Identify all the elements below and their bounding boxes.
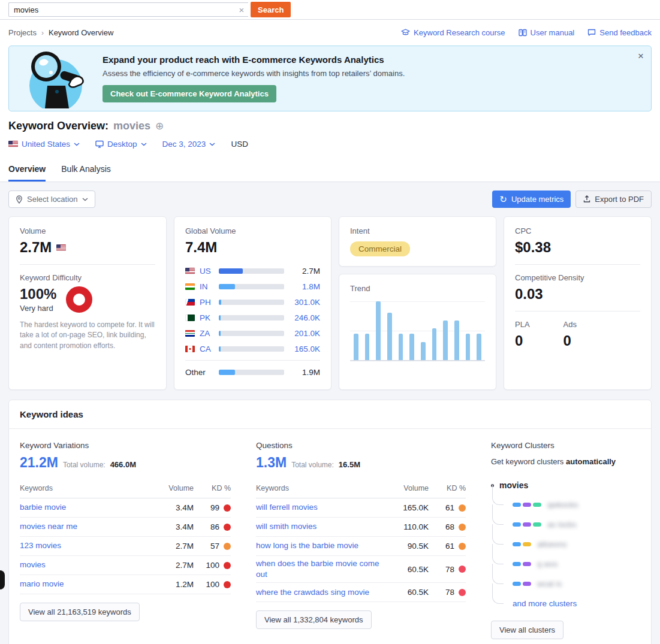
variations-count[interactable]: 21.2M bbox=[20, 455, 58, 471]
refresh-icon: ↻ bbox=[499, 195, 507, 204]
manual-link-label: User manual bbox=[531, 28, 575, 37]
country-link[interactable]: PH bbox=[200, 298, 214, 307]
search-input[interactable] bbox=[8, 2, 248, 17]
intent-label: Intent bbox=[350, 226, 485, 235]
book-icon bbox=[519, 29, 527, 37]
country-link[interactable]: PK bbox=[200, 313, 214, 322]
cluster-segment-purple bbox=[523, 503, 531, 507]
col-kd: KD % bbox=[194, 484, 231, 492]
add-keyword-icon[interactable]: ⊕ bbox=[155, 121, 164, 131]
kd-number: 99 bbox=[210, 503, 219, 512]
pla-label: PLA bbox=[515, 320, 530, 329]
breadcrumb-projects[interactable]: Projects bbox=[8, 28, 37, 37]
kd-number: 57 bbox=[210, 542, 219, 551]
select-location-dropdown[interactable]: Select location bbox=[8, 191, 95, 208]
country-link[interactable]: ZA bbox=[200, 329, 214, 338]
keyword-research-course-link[interactable]: Keyword Research course bbox=[401, 28, 505, 37]
banner-cta-button[interactable]: Check out E-commerce Keyword Analytics bbox=[103, 85, 276, 102]
tab-bulk-analysis[interactable]: Bulk Analysis bbox=[61, 164, 110, 182]
send-feedback-link[interactable]: Send feedback bbox=[587, 28, 652, 37]
clusters-subtitle: Get keyword clusters bbox=[491, 457, 566, 466]
cluster-segment-blue bbox=[513, 503, 521, 507]
pk-flag-icon bbox=[185, 315, 195, 321]
kd-dot bbox=[459, 589, 466, 596]
volume-bar-track bbox=[219, 300, 284, 305]
side-widget-handle[interactable] bbox=[0, 570, 5, 589]
keyword-link[interactable]: movies near me bbox=[20, 521, 155, 532]
update-metrics-button[interactable]: ↻ Update metrics bbox=[492, 191, 571, 208]
col-kd: KD % bbox=[429, 484, 466, 492]
date-filter[interactable]: Dec 3, 2023 bbox=[162, 140, 216, 149]
keyword-link[interactable]: how long is the barbie movie bbox=[256, 540, 390, 551]
us-flag-icon bbox=[185, 268, 195, 274]
clear-search-icon[interactable]: × bbox=[235, 5, 248, 15]
user-manual-link[interactable]: User manual bbox=[519, 28, 575, 37]
global-volume-row: US2.7M bbox=[185, 263, 320, 279]
keyword-link[interactable]: will ferrell movies bbox=[256, 502, 390, 513]
volume-cell: 60.5K bbox=[390, 588, 429, 597]
questions-count[interactable]: 1.3M bbox=[256, 455, 287, 471]
questions-total-label: Total volume: bbox=[291, 461, 334, 469]
cluster-tree: qwkocksas locksatloexncq wvswcat is bbox=[491, 499, 640, 589]
cluster-row[interactable]: wcat is bbox=[491, 578, 640, 589]
cluster-row[interactable]: atloexnc bbox=[491, 539, 640, 549]
trend-label: Trend bbox=[350, 284, 485, 293]
cluster-segment-blue bbox=[513, 562, 521, 566]
keyword-link[interactable]: barbie movie bbox=[20, 502, 155, 513]
country-volume-value[interactable]: 301.0K bbox=[289, 298, 320, 307]
table-row: when does the barbie movie come out60.5K… bbox=[256, 556, 466, 583]
col-keywords: Keywords bbox=[256, 484, 390, 492]
keyword-link[interactable]: movies bbox=[20, 560, 155, 570]
kd-cell: 68 bbox=[429, 522, 466, 531]
cluster-segment-yellow bbox=[523, 542, 531, 546]
breadcrumb: Projects › Keyword Overview bbox=[8, 28, 113, 37]
cluster-row[interactable]: qwkocks bbox=[491, 499, 640, 510]
keyword-link[interactable]: when does the barbie movie come out bbox=[256, 558, 390, 580]
speech-bubble-icon bbox=[587, 29, 596, 37]
cluster-row[interactable]: as locks bbox=[491, 519, 640, 530]
ecommerce-promo-banner: Expand your product reach with E-commerc… bbox=[8, 46, 652, 111]
keyword-link[interactable]: where the crawdads sing movie bbox=[256, 587, 390, 598]
global-volume-value: 7.4M bbox=[185, 239, 320, 256]
trend-bar bbox=[354, 334, 358, 360]
view-all-questions-button[interactable]: View all 1,332,804 keywords bbox=[256, 610, 372, 629]
cpc-card: CPC $0.38 Competitive Density 0.03 PLA 0… bbox=[504, 216, 652, 390]
country-filter[interactable]: United States bbox=[8, 140, 80, 149]
view-all-variations-button[interactable]: View all 21,163,519 keywords bbox=[20, 603, 140, 621]
top-search-bar: × Search bbox=[0, 0, 660, 20]
feedback-link-label: Send feedback bbox=[599, 28, 652, 37]
export-pdf-button[interactable]: Export to PDF bbox=[575, 191, 652, 208]
tab-bar: Overview Bulk Analysis bbox=[0, 149, 660, 182]
country-volume-value[interactable]: 165.0K bbox=[289, 344, 320, 353]
volume-value: 2.7M bbox=[20, 239, 52, 256]
tab-overview[interactable]: Overview bbox=[8, 164, 46, 182]
search-button[interactable]: Search bbox=[251, 2, 291, 17]
pla-value: 0 bbox=[515, 332, 530, 349]
volume-bar-track bbox=[219, 284, 284, 289]
view-all-clusters-button[interactable]: View all clusters bbox=[491, 621, 563, 639]
keyword-link[interactable]: 123 movies bbox=[20, 540, 155, 551]
country-volume-value[interactable]: 201.0K bbox=[289, 329, 320, 338]
volume-cell: 3.4M bbox=[155, 503, 194, 512]
banner-close-icon[interactable]: × bbox=[638, 51, 644, 61]
country-link[interactable]: US bbox=[200, 267, 214, 276]
device-filter[interactable]: Desktop bbox=[95, 140, 147, 149]
country-volume-value[interactable]: 1.8M bbox=[289, 282, 320, 291]
country-volume-value[interactable]: 246.0K bbox=[289, 313, 320, 322]
kd-dot bbox=[224, 524, 231, 531]
country-link[interactable]: CA bbox=[200, 344, 214, 353]
course-link-label: Keyword Research course bbox=[414, 28, 505, 37]
chevron-down-icon bbox=[74, 143, 80, 146]
cluster-segment-blue bbox=[513, 542, 521, 546]
kd-description: The hardest keyword to compete for. It w… bbox=[20, 320, 155, 351]
keyword-link[interactable]: mario movie bbox=[20, 579, 155, 589]
more-clusters-link[interactable]: and more clusters bbox=[513, 599, 577, 608]
trend-bar bbox=[387, 313, 392, 360]
currency-label: USD bbox=[231, 140, 248, 149]
cluster-segments bbox=[513, 562, 531, 566]
country-link[interactable]: IN bbox=[200, 282, 214, 291]
location-pin-icon bbox=[16, 195, 23, 204]
global-volume-row: CA165.0K bbox=[185, 341, 320, 356]
cluster-row[interactable]: q wvs bbox=[491, 558, 640, 569]
keyword-link[interactable]: will smith movies bbox=[256, 521, 390, 532]
